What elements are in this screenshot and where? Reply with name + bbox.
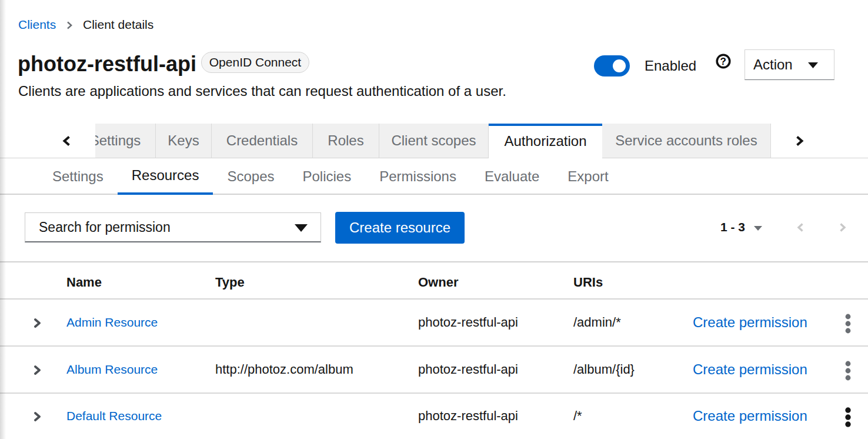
svg-text:?: ? bbox=[720, 56, 726, 67]
